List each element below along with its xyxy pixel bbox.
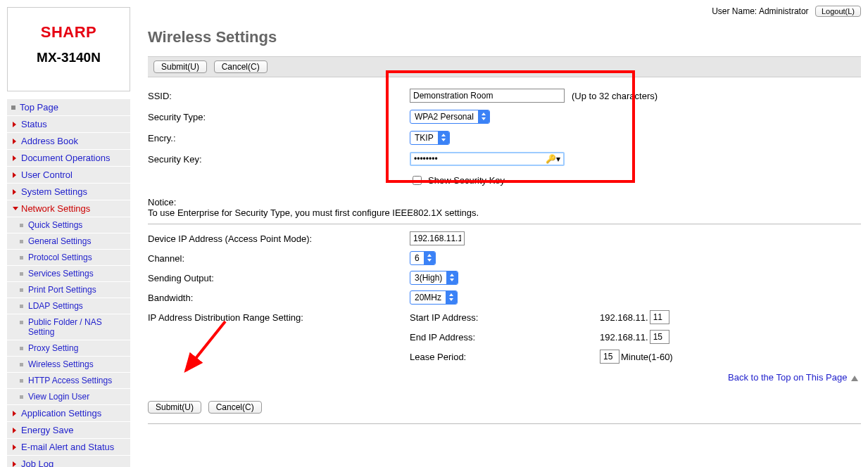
logout-button[interactable]: Logout(L) (815, 6, 861, 17)
end-ip-input[interactable] (650, 330, 669, 344)
ip-range-label: IP Address Distribution Range Setting: (148, 312, 410, 323)
nav-public-folder[interactable]: Public Folder / NAS Setting (7, 314, 130, 340)
notice-text: To use Enterprise for Security Type, you… (148, 207, 861, 218)
submit-button-top[interactable]: Submit(U) (153, 60, 207, 73)
encry-select[interactable]: TKIP (410, 131, 450, 145)
show-security-key-label: Show Security Key (428, 175, 505, 186)
notice-label: Notice: (148, 197, 861, 207)
model-name: MX-3140N (8, 50, 130, 65)
sending-output-value: 3(High) (410, 273, 446, 283)
nav-top-page[interactable]: Top Page (7, 98, 130, 115)
encry-label: Encry.: (148, 133, 410, 143)
chevron-updown-icon (438, 132, 449, 144)
security-type-value: WPA2 Personal (410, 112, 478, 122)
nav-address-book[interactable]: Address Book (7, 132, 130, 149)
chevron-updown-icon (446, 291, 457, 304)
back-to-top-link[interactable]: Back to the Top on This Page (728, 372, 847, 383)
ssid-input[interactable] (410, 89, 565, 103)
bandwidth-value: 20MHz (410, 293, 446, 302)
start-ip-label: Start IP Address: (410, 312, 600, 323)
nav-document-operations[interactable]: Document Operations (7, 149, 130, 166)
nav-status[interactable]: Status (7, 115, 130, 132)
submit-button-bottom[interactable]: Submit(U) (148, 401, 201, 414)
security-type-label: Security Type: (148, 112, 410, 122)
lease-input[interactable] (600, 350, 619, 364)
ssid-label: SSID: (148, 91, 410, 101)
start-ip-input[interactable] (650, 310, 669, 324)
user-bar: User Name: Administrator Logout(L) (712, 6, 861, 17)
channel-label: Channel: (148, 253, 410, 264)
nav-http-access[interactable]: HTTP Access Settings (7, 372, 130, 388)
chevron-updown-icon (478, 110, 489, 123)
nav-wireless-settings[interactable]: Wireless Settings (7, 356, 130, 372)
nav-view-login-user[interactable]: View Login User (7, 388, 130, 404)
key-icon[interactable]: 🔑▾ (546, 154, 560, 164)
device-ip-input[interactable] (410, 231, 465, 245)
nav-energy-save[interactable]: Energy Save (7, 421, 130, 438)
logo-box: SHARP MX-3140N (7, 7, 130, 91)
user-label: User Name: (712, 6, 757, 16)
bottom-button-row: Submit(U) Cancel(C) (148, 395, 861, 419)
brand-logo: SHARP (8, 23, 130, 41)
nav-system-settings[interactable]: System Settings (7, 183, 130, 200)
page-title: Wireless Settings (148, 28, 861, 46)
triangle-up-icon (851, 376, 858, 381)
sending-output-label: Sending Output: (148, 273, 410, 283)
security-type-select[interactable]: WPA2 Personal (410, 110, 490, 124)
nav-services-settings[interactable]: Services Settings (7, 265, 130, 281)
chevron-updown-icon (446, 271, 458, 284)
sending-output-select[interactable]: 3(High) (410, 271, 458, 285)
channel-value: 6 (410, 253, 424, 263)
lease-label: Lease Period: (410, 352, 600, 362)
cancel-button-top[interactable]: Cancel(C) (214, 60, 268, 73)
top-button-row: Submit(U) Cancel(C) (148, 56, 861, 77)
nav-general-settings[interactable]: General Settings (7, 233, 130, 249)
nav-proxy-setting[interactable]: Proxy Setting (7, 340, 130, 356)
security-key-input[interactable] (410, 152, 565, 166)
end-ip-label: End IP Address: (410, 332, 600, 343)
bandwidth-select[interactable]: 20MHz (410, 290, 458, 305)
nav-network-settings[interactable]: Network Settings (7, 200, 130, 217)
nav-ldap-settings[interactable]: LDAP Settings (7, 298, 130, 314)
user-name: Administrator (759, 6, 809, 16)
lease-hint: Minute(1-60) (621, 352, 673, 362)
end-ip-prefix: 192.168.11. (600, 332, 648, 343)
nav-quick-settings[interactable]: Quick Settings (7, 217, 130, 233)
nav-job-log[interactable]: Job Log (7, 455, 130, 467)
start-ip-prefix: 192.168.11. (600, 312, 648, 323)
cancel-button-bottom[interactable]: Cancel(C) (208, 401, 262, 414)
bandwidth-label: Bandwidth: (148, 293, 410, 303)
device-ip-label: Device IP Address (Access Point Mode): (148, 234, 410, 244)
side-nav: Top Page Status Address Book Document Op… (7, 98, 130, 467)
security-key-label: Security Key: (148, 154, 410, 165)
nav-protocol-settings[interactable]: Protocol Settings (7, 249, 130, 265)
nav-email-alert[interactable]: E-mail Alert and Status (7, 438, 130, 455)
encry-value: TKIP (410, 133, 438, 143)
nav-application-settings[interactable]: Application Settings (7, 404, 130, 421)
nav-user-control[interactable]: User Control (7, 166, 130, 183)
show-security-key-checkbox[interactable] (413, 176, 422, 185)
nav-print-port-settings[interactable]: Print Port Settings (7, 281, 130, 298)
ssid-hint: (Up to 32 characters) (572, 91, 658, 101)
chevron-updown-icon (424, 252, 435, 264)
channel-select[interactable]: 6 (410, 251, 436, 265)
